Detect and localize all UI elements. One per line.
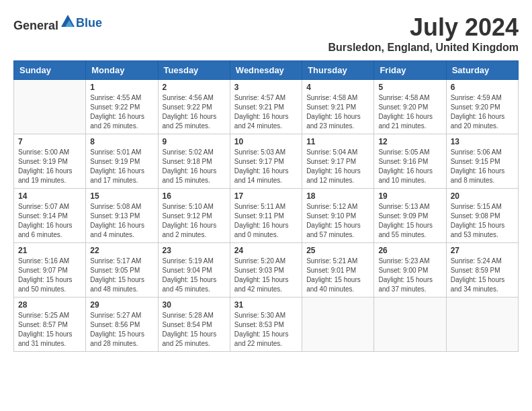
day-number: 17	[234, 191, 298, 201]
calendar-cell: 16 Sunrise: 5:10 AMSunset: 9:12 PMDaylig…	[158, 189, 230, 243]
day-number: 12	[378, 137, 441, 146]
header-wednesday: Wednesday	[230, 61, 302, 80]
day-number: 8	[90, 137, 153, 146]
day-info: Sunrise: 5:10 AMSunset: 9:12 PMDaylight:…	[163, 202, 226, 240]
logo: General Blue	[13, 13, 102, 33]
day-number: 18	[306, 191, 369, 201]
calendar-cell: 7 Sunrise: 5:00 AMSunset: 9:19 PMDayligh…	[14, 134, 86, 189]
logo-icon	[60, 13, 76, 30]
day-number: 9	[163, 137, 226, 146]
month-year-title: July 2024	[328, 13, 519, 42]
day-info: Sunrise: 5:17 AMSunset: 9:05 PMDaylight:…	[90, 257, 153, 294]
day-info: Sunrise: 5:21 AMSunset: 9:01 PMDaylight:…	[306, 257, 369, 294]
day-info: Sunrise: 4:58 AMSunset: 9:20 PMDaylight:…	[378, 93, 441, 131]
calendar-cell: 24 Sunrise: 5:20 AMSunset: 9:03 PMDaylig…	[230, 243, 302, 298]
day-number: 25	[306, 246, 369, 255]
day-number: 22	[90, 246, 153, 255]
location-subtitle: Bursledon, England, United Kingdom	[328, 42, 519, 54]
calendar-cell: 8 Sunrise: 5:01 AMSunset: 9:19 PMDayligh…	[86, 134, 158, 189]
day-info: Sunrise: 5:00 AMSunset: 9:19 PMDaylight:…	[18, 148, 81, 185]
header-friday: Friday	[374, 61, 446, 80]
day-number: 26	[378, 246, 441, 255]
day-info: Sunrise: 5:20 AMSunset: 9:03 PMDaylight:…	[234, 257, 298, 294]
logo-general: General	[13, 19, 58, 32]
calendar-cell: 12 Sunrise: 5:05 AMSunset: 9:16 PMDaylig…	[374, 134, 446, 189]
day-info: Sunrise: 4:58 AMSunset: 9:21 PMDaylight:…	[306, 93, 369, 131]
day-info: Sunrise: 5:12 AMSunset: 9:10 PMDaylight:…	[306, 202, 369, 240]
day-info: Sunrise: 5:28 AMSunset: 8:54 PMDaylight:…	[163, 311, 226, 349]
day-number: 11	[306, 137, 369, 146]
day-number: 24	[234, 246, 298, 255]
day-info: Sunrise: 5:07 AMSunset: 9:14 PMDaylight:…	[18, 202, 81, 240]
day-number: 21	[18, 246, 81, 255]
calendar-week-row: 21 Sunrise: 5:16 AMSunset: 9:07 PMDaylig…	[14, 243, 519, 298]
header-thursday: Thursday	[302, 61, 374, 80]
header-sunday: Sunday	[14, 61, 86, 80]
day-info: Sunrise: 5:01 AMSunset: 9:19 PMDaylight:…	[90, 148, 153, 185]
day-info: Sunrise: 4:55 AMSunset: 9:22 PMDaylight:…	[90, 93, 153, 131]
calendar-cell: 25 Sunrise: 5:21 AMSunset: 9:01 PMDaylig…	[302, 243, 374, 298]
calendar-cell: 20 Sunrise: 5:15 AMSunset: 9:08 PMDaylig…	[446, 189, 518, 243]
day-number: 1	[90, 83, 153, 92]
day-number: 20	[451, 191, 514, 201]
day-number: 4	[306, 83, 369, 92]
calendar-cell: 26 Sunrise: 5:23 AMSunset: 9:00 PMDaylig…	[374, 243, 446, 298]
day-number: 30	[163, 300, 226, 310]
day-number: 13	[451, 137, 514, 146]
calendar-cell: 17 Sunrise: 5:11 AMSunset: 9:11 PMDaylig…	[230, 189, 302, 243]
calendar-header-row: Sunday Monday Tuesday Wednesday Thursday…	[14, 61, 519, 80]
day-number: 16	[163, 191, 226, 201]
day-info: Sunrise: 5:19 AMSunset: 9:04 PMDaylight:…	[163, 257, 226, 294]
calendar-cell: 15 Sunrise: 5:08 AMSunset: 9:13 PMDaylig…	[86, 189, 158, 243]
day-info: Sunrise: 5:05 AMSunset: 9:16 PMDaylight:…	[378, 148, 441, 185]
day-number: 23	[163, 246, 226, 255]
day-info: Sunrise: 5:11 AMSunset: 9:11 PMDaylight:…	[234, 202, 298, 240]
day-number: 3	[234, 83, 298, 92]
calendar-table: Sunday Monday Tuesday Wednesday Thursday…	[13, 60, 519, 352]
calendar-cell: 1 Sunrise: 4:55 AMSunset: 9:22 PMDayligh…	[86, 80, 158, 134]
day-info: Sunrise: 4:57 AMSunset: 9:21 PMDaylight:…	[234, 93, 298, 131]
calendar-week-row: 28 Sunrise: 5:25 AMSunset: 8:57 PMDaylig…	[14, 298, 519, 352]
calendar-cell: 29 Sunrise: 5:27 AMSunset: 8:56 PMDaylig…	[86, 298, 158, 352]
calendar-week-row: 1 Sunrise: 4:55 AMSunset: 9:22 PMDayligh…	[14, 80, 519, 134]
header-tuesday: Tuesday	[158, 61, 230, 80]
day-info: Sunrise: 5:06 AMSunset: 9:15 PMDaylight:…	[451, 148, 514, 185]
calendar-cell: 27 Sunrise: 5:24 AMSunset: 8:59 PMDaylig…	[446, 243, 518, 298]
day-number: 19	[378, 191, 441, 201]
calendar-cell: 3 Sunrise: 4:57 AMSunset: 9:21 PMDayligh…	[230, 80, 302, 134]
day-number: 14	[18, 191, 81, 201]
day-number: 31	[234, 300, 298, 310]
day-info: Sunrise: 5:04 AMSunset: 9:17 PMDaylight:…	[306, 148, 369, 185]
calendar-cell	[302, 298, 374, 352]
calendar-cell	[14, 80, 86, 134]
day-info: Sunrise: 5:03 AMSunset: 9:17 PMDaylight:…	[234, 148, 298, 185]
calendar-cell: 30 Sunrise: 5:28 AMSunset: 8:54 PMDaylig…	[158, 298, 230, 352]
day-number: 6	[451, 83, 514, 92]
day-info: Sunrise: 5:08 AMSunset: 9:13 PMDaylight:…	[90, 202, 153, 240]
day-info: Sunrise: 5:02 AMSunset: 9:18 PMDaylight:…	[163, 148, 226, 185]
day-info: Sunrise: 5:30 AMSunset: 8:53 PMDaylight:…	[234, 311, 298, 349]
day-info: Sunrise: 5:25 AMSunset: 8:57 PMDaylight:…	[18, 311, 81, 349]
day-info: Sunrise: 5:23 AMSunset: 9:00 PMDaylight:…	[378, 257, 441, 294]
day-number: 5	[378, 83, 441, 92]
calendar-cell: 14 Sunrise: 5:07 AMSunset: 9:14 PMDaylig…	[14, 189, 86, 243]
day-number: 27	[451, 246, 514, 255]
day-number: 29	[90, 300, 153, 310]
calendar-week-row: 14 Sunrise: 5:07 AMSunset: 9:14 PMDaylig…	[14, 189, 519, 243]
calendar-cell: 10 Sunrise: 5:03 AMSunset: 9:17 PMDaylig…	[230, 134, 302, 189]
day-number: 15	[90, 191, 153, 201]
day-number: 28	[18, 300, 81, 310]
day-info: Sunrise: 5:16 AMSunset: 9:07 PMDaylight:…	[18, 257, 81, 294]
day-info: Sunrise: 5:27 AMSunset: 8:56 PMDaylight:…	[90, 311, 153, 349]
calendar-cell: 18 Sunrise: 5:12 AMSunset: 9:10 PMDaylig…	[302, 189, 374, 243]
calendar-week-row: 7 Sunrise: 5:00 AMSunset: 9:19 PMDayligh…	[14, 134, 519, 189]
day-info: Sunrise: 5:24 AMSunset: 8:59 PMDaylight:…	[451, 257, 514, 294]
logo-blue: Blue	[76, 16, 102, 30]
calendar-cell: 11 Sunrise: 5:04 AMSunset: 9:17 PMDaylig…	[302, 134, 374, 189]
calendar-cell: 28 Sunrise: 5:25 AMSunset: 8:57 PMDaylig…	[14, 298, 86, 352]
calendar-cell: 19 Sunrise: 5:13 AMSunset: 9:09 PMDaylig…	[374, 189, 446, 243]
day-info: Sunrise: 5:15 AMSunset: 9:08 PMDaylight:…	[451, 202, 514, 240]
header-monday: Monday	[86, 61, 158, 80]
calendar-cell	[374, 298, 446, 352]
day-info: Sunrise: 4:56 AMSunset: 9:22 PMDaylight:…	[163, 93, 226, 131]
